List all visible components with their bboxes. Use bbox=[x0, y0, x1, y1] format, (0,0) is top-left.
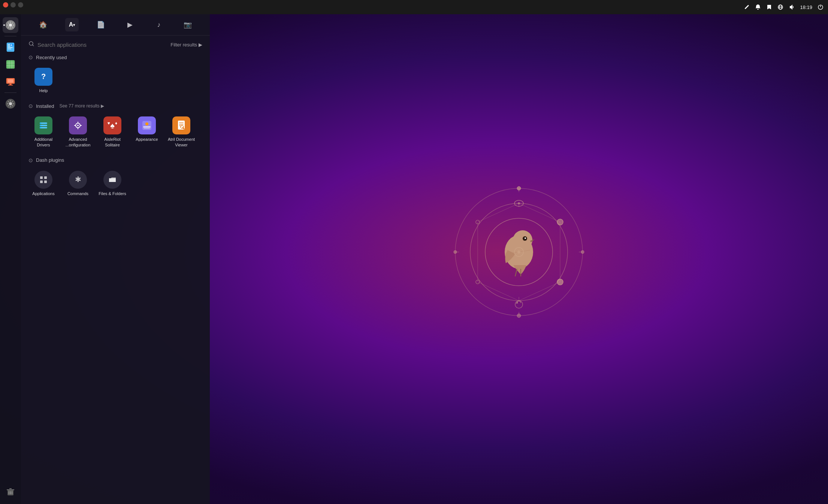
svg-point-105 bbox=[515, 301, 523, 308]
svg-point-96 bbox=[513, 230, 532, 250]
svg-text:♠: ♠ bbox=[110, 121, 115, 130]
installed-apps-grid: Additional Drivers Advanced ...onfigurat… bbox=[21, 110, 210, 154]
svg-point-98 bbox=[525, 237, 526, 239]
app-icon-applications-plugin bbox=[34, 171, 52, 189]
svg-point-63 bbox=[37, 173, 50, 186]
svg-line-92 bbox=[478, 282, 519, 301]
installed-icon: ⊙ bbox=[28, 103, 33, 109]
svg-rect-13 bbox=[6, 60, 15, 69]
app-label-applications-plugin: Applications bbox=[32, 191, 54, 196]
filter-results-button[interactable]: Filter results ▶ bbox=[170, 42, 202, 48]
nav-music[interactable]: ♪ bbox=[152, 18, 166, 31]
svg-point-102 bbox=[517, 251, 520, 253]
nav-apps[interactable]: A▾ bbox=[65, 18, 79, 31]
active-indicator bbox=[3, 24, 5, 26]
app-icon-files-plugin bbox=[103, 171, 121, 189]
svg-rect-66 bbox=[40, 180, 43, 183]
svg-rect-19 bbox=[8, 79, 13, 82]
app-item-applications-plugin[interactable]: Applications bbox=[27, 168, 60, 199]
svg-text:♦: ♦ bbox=[115, 121, 117, 126]
app-icon-help: ? bbox=[34, 68, 52, 86]
recently-used-grid: ? Help bbox=[21, 62, 210, 99]
panel-right: 18:19 bbox=[744, 4, 824, 10]
maximize-button[interactable]: □ bbox=[18, 2, 23, 7]
svg-point-40 bbox=[40, 127, 41, 128]
app-item-help[interactable]: ? Help bbox=[27, 65, 60, 96]
app-item-advanced-config[interactable]: Advanced ...onfiguration bbox=[61, 113, 94, 151]
app-item-files-plugin[interactable]: Files & Folders bbox=[96, 168, 129, 199]
svg-rect-60 bbox=[179, 124, 184, 125]
bird-logo bbox=[448, 181, 590, 323]
search-box bbox=[28, 41, 166, 48]
svg-rect-56 bbox=[144, 128, 150, 129]
search-icon bbox=[28, 41, 34, 48]
app-icon-atril bbox=[172, 116, 190, 134]
app-label-atril: Atril Document Viewer bbox=[166, 137, 196, 148]
nav-media[interactable]: ▶ bbox=[123, 18, 137, 31]
svg-point-79 bbox=[517, 186, 521, 190]
app-item-aisleriot[interactable]: ♠ ♥ ♦ AisleRiot Solitaire bbox=[96, 113, 129, 151]
app-label-additional-drivers: Additional Drivers bbox=[28, 137, 58, 148]
top-panel: ✕ − □ 18:19 bbox=[0, 0, 828, 14]
app-icon-additional-drivers bbox=[34, 116, 52, 134]
minimize-button[interactable]: − bbox=[10, 2, 16, 7]
power-icon[interactable] bbox=[818, 4, 824, 10]
globe-icon[interactable] bbox=[777, 4, 783, 10]
svg-point-39 bbox=[40, 125, 41, 126]
app-label-appearance: Appearance bbox=[136, 137, 158, 142]
app-item-additional-drivers[interactable]: Additional Drivers bbox=[27, 113, 60, 151]
taskbar-separator-2 bbox=[4, 92, 16, 93]
taskbar-item-text-editor[interactable]: A bbox=[3, 39, 18, 55]
svg-rect-65 bbox=[44, 176, 47, 179]
svg-rect-20 bbox=[9, 84, 12, 85]
svg-text:?: ? bbox=[41, 72, 46, 81]
svg-rect-21 bbox=[8, 85, 13, 85]
taskbar-separator-1 bbox=[4, 36, 16, 36]
svg-line-87 bbox=[519, 203, 560, 222]
svg-rect-67 bbox=[44, 180, 47, 183]
launcher-nav: 🏠 A▾ 📄 ▶ ♪ 📷 bbox=[21, 14, 210, 36]
search-area: Filter results ▶ bbox=[21, 36, 210, 51]
app-label-advanced-config: Advanced ...onfiguration bbox=[63, 137, 93, 148]
installed-header: ⊙ Installed See 77 more results ▶ bbox=[21, 99, 210, 110]
taskbar-item-spreadsheet[interactable] bbox=[3, 57, 18, 72]
app-item-commands-plugin[interactable]: ✱ Commands bbox=[61, 168, 94, 199]
svg-line-91 bbox=[519, 282, 560, 301]
svg-text:♥: ♥ bbox=[107, 121, 110, 126]
svg-line-99 bbox=[515, 269, 517, 276]
svg-rect-10 bbox=[8, 49, 11, 49]
taskbar-item-system-settings[interactable] bbox=[3, 96, 18, 112]
pen-icon[interactable] bbox=[744, 4, 750, 10]
taskbar-item-presentation[interactable] bbox=[3, 74, 18, 89]
bookmark-icon[interactable] bbox=[766, 4, 772, 10]
app-label-aisleriot: AisleRiot Solitaire bbox=[97, 137, 127, 148]
svg-point-80 bbox=[517, 314, 521, 318]
nav-camera[interactable]: 📷 bbox=[181, 18, 194, 31]
app-item-appearance[interactable]: Appearance bbox=[130, 113, 163, 151]
svg-point-38 bbox=[40, 122, 41, 124]
search-input[interactable] bbox=[37, 42, 166, 48]
nav-home[interactable]: 🏠 bbox=[36, 18, 50, 31]
nav-docs[interactable]: 📄 bbox=[94, 18, 108, 31]
app-icon-aisleriot: ♠ ♥ ♦ bbox=[103, 116, 121, 134]
app-icon-advanced-config bbox=[69, 116, 87, 134]
see-more-button[interactable]: See 77 more results ▶ bbox=[59, 103, 104, 109]
launcher-panel: 🏠 A▾ 📄 ▶ ♪ 📷 Filter results ▶ ⊙ Recently… bbox=[21, 14, 210, 504]
svg-point-82 bbox=[581, 251, 584, 253]
svg-rect-59 bbox=[179, 122, 184, 123]
panel-clock[interactable]: 18:19 bbox=[800, 4, 812, 10]
svg-rect-71 bbox=[109, 178, 116, 182]
close-button[interactable]: ✕ bbox=[3, 2, 8, 7]
notification-icon[interactable] bbox=[755, 4, 761, 10]
svg-text:A: A bbox=[10, 44, 12, 46]
dash-plugins-grid: Applications ✱ Commands Files & Folders bbox=[21, 165, 210, 202]
svg-point-43 bbox=[77, 125, 79, 126]
dash-plugins-header: ⊙ Dash plugins bbox=[21, 154, 210, 165]
app-item-atril[interactable]: Atril Document Viewer bbox=[165, 113, 198, 151]
taskbar-item-settings[interactable] bbox=[3, 17, 18, 33]
svg-point-81 bbox=[454, 251, 457, 253]
volume-icon[interactable] bbox=[789, 4, 795, 10]
taskbar-item-trash[interactable] bbox=[3, 484, 18, 500]
app-icon-commands-plugin: ✱ bbox=[69, 171, 87, 189]
dash-plugins-icon: ⊙ bbox=[28, 157, 33, 163]
